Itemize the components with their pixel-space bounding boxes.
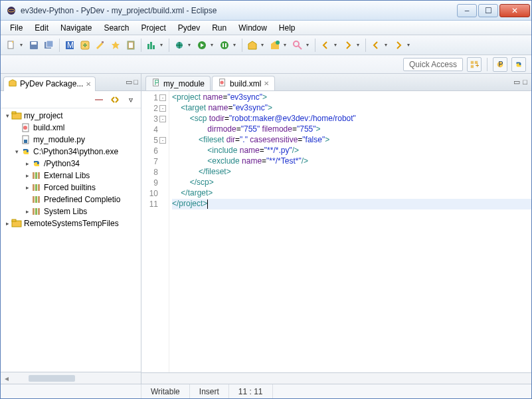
save-all-icon[interactable] <box>43 39 56 52</box>
editor-tab-build-xml[interactable]: build.xml ✕ <box>212 76 275 90</box>
separator <box>315 39 315 52</box>
wizard-icon[interactable] <box>109 39 122 52</box>
menu-search[interactable]: Search <box>98 22 134 34</box>
menu-help[interactable]: Help <box>274 22 301 34</box>
debug-icon[interactable] <box>173 39 186 52</box>
python-exe-icon <box>21 146 31 157</box>
open-type-icon[interactable] <box>246 39 259 52</box>
ant-file-icon <box>218 78 227 89</box>
menu-project[interactable]: Project <box>135 22 171 34</box>
new-icon[interactable] <box>5 39 18 52</box>
svg-rect-24 <box>471 61 474 63</box>
nav-back-annotation-icon[interactable] <box>319 39 332 52</box>
link-icon[interactable] <box>78 39 92 52</box>
tree-predefined[interactable]: Predefined Completio <box>2 194 139 205</box>
tree-remote-systems[interactable]: ▸ RemoteSystemsTempFiles <box>2 217 139 229</box>
pydev-perspective-button[interactable]: P <box>493 57 507 72</box>
editor-area: P my_module build.xml ✕ ▭ □ 1-2-3-45-678… <box>141 74 531 384</box>
open-perspective-button[interactable]: + <box>467 57 482 72</box>
build-icon[interactable] <box>94 39 107 52</box>
code-area[interactable]: <project name="ev3sync"> <target name="e… <box>169 91 531 372</box>
main-toolbar: ▾ M ▾ ▾ ▾ ▾ ▾ ▾ ▾ ▾ ▾ ▾ ▾ <box>1 35 531 55</box>
menu-pydev[interactable]: Pydev <box>173 22 205 34</box>
tree-build-xml[interactable]: build.xml <box>2 122 139 134</box>
expand-icon[interactable]: ▾ <box>13 148 21 155</box>
line-gutter: 1-2-3-45-67891011 <box>141 91 169 372</box>
coverage-icon[interactable] <box>145 39 158 52</box>
editor-body[interactable]: 1-2-3-45-67891011 <project name="ev3sync… <box>141 91 531 372</box>
tree-external-libs[interactable]: ▸ External Libs <box>2 170 139 182</box>
python-perspective-button[interactable] <box>511 57 526 72</box>
tree-forced-builtins[interactable]: ▸ Forced builtins <box>2 182 139 194</box>
editor-tab-my-module[interactable]: P my_module <box>145 76 211 90</box>
new-package-icon[interactable] <box>268 39 282 52</box>
paste-icon[interactable] <box>124 39 137 52</box>
eclipse-window: ev3dev-Python - PyDev - my_project/build… <box>0 0 532 399</box>
tree-my-module[interactable]: my_module.py <box>2 134 139 146</box>
tree-project[interactable]: ▾ my_project <box>2 110 139 122</box>
svg-rect-45 <box>38 196 40 203</box>
close-button[interactable]: ✕ <box>499 4 530 17</box>
svg-point-0 <box>7 7 15 15</box>
run-icon[interactable] <box>195 39 209 52</box>
workbench-content: PyDev Package... ✕ ▭ □ ▿ ▾ my_project <box>1 74 531 384</box>
forward-icon[interactable] <box>392 39 405 52</box>
tree-label: RemoteSystemsTempFiles <box>24 219 119 228</box>
minimize-editor-icon[interactable]: ▭ <box>513 78 520 86</box>
minimize-view-icon[interactable]: ▭ <box>126 78 132 86</box>
menu-file[interactable]: File <box>5 22 28 34</box>
nav-fwd-annotation-icon[interactable] <box>341 39 355 52</box>
fold-icon[interactable]: - <box>159 137 166 144</box>
project-tree[interactable]: ▾ my_project build.xml my_module.py ▾ <box>1 108 141 372</box>
maximize-editor-icon[interactable]: □ <box>523 78 527 86</box>
separator <box>365 39 366 52</box>
minimize-button[interactable]: – <box>457 4 477 17</box>
tree-label: Forced builtins <box>44 183 96 192</box>
fold-icon[interactable]: - <box>159 116 166 122</box>
run-last-icon[interactable] <box>218 39 231 52</box>
sidebar-hscroll[interactable]: ◂ <box>1 372 141 384</box>
expand-icon[interactable]: ▸ <box>23 184 31 191</box>
menu-edit[interactable]: Edit <box>29 22 54 34</box>
maximize-button[interactable]: ☐ <box>478 4 498 17</box>
menu-window[interactable]: Window <box>233 22 272 34</box>
link-editor-icon[interactable] <box>109 94 121 106</box>
close-icon[interactable]: ✕ <box>264 80 269 87</box>
python-file-icon: P <box>151 78 161 89</box>
new-module-icon[interactable]: M <box>63 39 76 52</box>
menu-run[interactable]: Run <box>207 22 232 34</box>
menu-navigate[interactable]: Navigate <box>55 22 97 34</box>
svg-rect-37 <box>33 172 35 179</box>
svg-rect-5 <box>31 42 37 45</box>
maximize-view-icon[interactable]: □ <box>133 78 138 86</box>
expand-icon[interactable]: ▸ <box>3 220 11 227</box>
svg-rect-14 <box>147 44 149 49</box>
collapse-all-icon[interactable] <box>93 94 105 106</box>
quick-access-input[interactable]: Quick Access <box>403 58 463 71</box>
library-icon <box>31 194 42 205</box>
expand-icon[interactable]: ▸ <box>23 208 31 215</box>
close-icon[interactable]: ✕ <box>86 80 91 88</box>
tree-interpreter[interactable]: ▾ C:\Python34\python.exe <box>2 146 139 158</box>
eclipse-icon <box>6 5 17 16</box>
status-position: 11 : 11 <box>229 384 273 398</box>
view-menu-icon[interactable]: ▿ <box>125 94 137 106</box>
expand-icon[interactable]: ▸ <box>23 172 31 179</box>
fold-icon[interactable]: - <box>159 94 166 101</box>
search-icon[interactable] <box>291 39 304 52</box>
tree-label: /Python34 <box>44 159 80 168</box>
python-file-icon <box>21 134 31 145</box>
svg-rect-44 <box>35 196 37 203</box>
expand-icon[interactable]: ▸ <box>23 160 31 167</box>
save-icon[interactable] <box>27 39 41 52</box>
tree-system-libs[interactable]: ▸ System Libs <box>2 205 139 217</box>
svg-text:M: M <box>67 41 74 50</box>
back-icon[interactable] <box>369 39 383 52</box>
sidebar-tab-pydev-package[interactable]: PyDev Package... ✕ <box>3 76 96 91</box>
separator <box>169 39 169 52</box>
tree-python34[interactable]: ▸ /Python34 <box>2 158 139 170</box>
editor-hscroll[interactable] <box>141 372 531 384</box>
expand-icon[interactable]: ▾ <box>3 112 11 119</box>
status-writable: Writable <box>141 384 190 398</box>
fold-icon[interactable]: - <box>159 105 166 112</box>
